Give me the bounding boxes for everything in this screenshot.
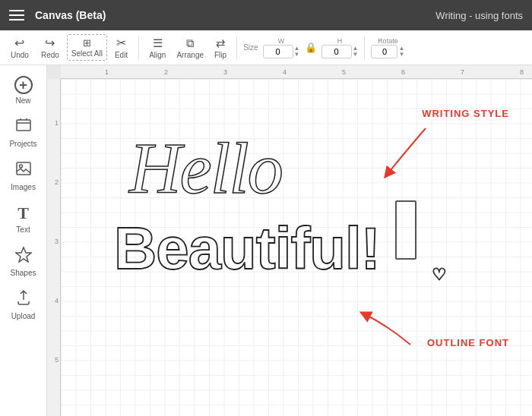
flip-icon: ⇄ bbox=[216, 36, 226, 50]
h-label: H bbox=[337, 37, 343, 45]
projects-icon bbox=[15, 117, 32, 137]
sep1 bbox=[138, 36, 139, 59]
arrange-label: Arrange bbox=[176, 51, 204, 59]
undo-button[interactable]: ↩ Undo bbox=[6, 33, 33, 61]
new-label: New bbox=[15, 96, 30, 105]
redo-label: Redo bbox=[41, 51, 59, 59]
main-area: + New Projects Images bbox=[0, 65, 532, 416]
shapes-label: Shapes bbox=[11, 269, 36, 277]
ruler-left: 1 2 3 4 5 bbox=[47, 79, 61, 416]
sep3 bbox=[364, 36, 365, 59]
ruler-mark-left-3: 3 bbox=[55, 238, 59, 245]
flip-button[interactable]: ⇄ Flip bbox=[211, 34, 230, 61]
grid-canvas[interactable]: Hello Beautiful! ♡ WRITING STYLE bbox=[61, 79, 532, 416]
sidebar-item-new[interactable]: + New bbox=[3, 71, 44, 109]
edit-icon: ✂ bbox=[116, 36, 126, 50]
svg-rect-0 bbox=[17, 120, 30, 131]
edit-button[interactable]: ✂ Edit bbox=[110, 33, 132, 61]
flip-label: Flip bbox=[214, 51, 226, 59]
images-icon bbox=[15, 160, 32, 181]
height-arrows: ▲ ▼ bbox=[353, 46, 359, 58]
arrange-button[interactable]: ⧉ Arrange bbox=[173, 34, 207, 61]
canvas-content: 1 2 3 4 5 Hello Beautiful! ♡ bbox=[47, 79, 532, 416]
ruler-mark-4: 4 bbox=[283, 68, 287, 76]
size-label: Size bbox=[243, 43, 258, 52]
shapes-icon bbox=[15, 246, 32, 266]
ruler-mark-6: 6 bbox=[401, 68, 405, 76]
width-input[interactable] bbox=[263, 45, 293, 58]
w-label: W bbox=[278, 37, 285, 45]
sep2 bbox=[236, 36, 237, 59]
edit-label: Edit bbox=[115, 51, 128, 59]
ruler-mark-left-2: 2 bbox=[55, 178, 59, 186]
select-all-icon: ⊞ bbox=[83, 37, 91, 49]
align-icon: ☰ bbox=[153, 36, 163, 50]
arrange-icon: ⧉ bbox=[186, 36, 195, 50]
rotate-down-arrow[interactable]: ▼ bbox=[398, 52, 404, 58]
images-label: Images bbox=[11, 183, 36, 191]
height-down-arrow[interactable]: ▼ bbox=[353, 52, 359, 58]
width-arrows: ▲ ▼ bbox=[294, 46, 300, 58]
upload-label: Upload bbox=[11, 312, 36, 320]
ruler-mark-8: 8 bbox=[520, 68, 524, 76]
ruler-mark-1: 1 bbox=[105, 68, 109, 76]
ruler-mark-left-1: 1 bbox=[55, 119, 59, 127]
svg-rect-1 bbox=[17, 162, 30, 175]
doc-title: Writing - using fonts bbox=[435, 10, 523, 21]
canvas-area[interactable]: 1 2 3 4 5 6 7 8 1 2 3 4 5 bbox=[47, 65, 532, 416]
text-icon: T bbox=[17, 203, 29, 223]
ruler-mark-2: 2 bbox=[164, 68, 168, 76]
sidebar-item-shapes[interactable]: Shapes bbox=[3, 241, 44, 282]
rotate-group: Rotate ▲ ▼ bbox=[371, 37, 404, 58]
height-wrap: H ▲ ▼ bbox=[321, 37, 359, 58]
upload-icon bbox=[15, 289, 32, 310]
rotate-label: Rotate bbox=[378, 37, 398, 45]
ruler-mark-left-4: 4 bbox=[55, 297, 59, 304]
sidebar: + New Projects Images bbox=[0, 65, 47, 416]
svg-text:♡: ♡ bbox=[432, 265, 447, 284]
lock-icon: 🔒 bbox=[305, 42, 317, 53]
redo-icon: ↪ bbox=[45, 36, 55, 50]
top-bar: Canvas (Beta) Writing - using fonts bbox=[0, 0, 532, 30]
select-all-label: Select All bbox=[71, 49, 103, 58]
outline-font-annotation: OUTLINE FONT bbox=[427, 337, 509, 348]
svg-text:Beautiful!: Beautiful! bbox=[114, 215, 380, 282]
sidebar-item-images[interactable]: Images bbox=[3, 156, 44, 196]
hamburger-menu[interactable] bbox=[9, 10, 24, 20]
undo-icon: ↩ bbox=[14, 36, 24, 50]
width-down-arrow[interactable]: ▼ bbox=[294, 52, 300, 58]
ruler-top: 1 2 3 4 5 6 7 8 bbox=[61, 65, 532, 79]
outline-font-text: OUTLINE FONT bbox=[427, 337, 509, 348]
writing-style-annotation: WRITING STYLE bbox=[422, 108, 509, 119]
ruler-mark-5: 5 bbox=[342, 68, 346, 76]
writing-style-text: WRITING STYLE bbox=[422, 108, 509, 119]
design-content[interactable]: Hello Beautiful! ♡ bbox=[99, 94, 464, 307]
ruler-mark-3: 3 bbox=[223, 68, 227, 76]
app-title: Canvas (Beta) bbox=[35, 9, 435, 21]
rotate-arrows: ▲ ▼ bbox=[398, 46, 404, 58]
sidebar-item-projects[interactable]: Projects bbox=[3, 112, 44, 153]
new-icon: + bbox=[14, 76, 33, 94]
undo-label: Undo bbox=[11, 51, 29, 59]
toolbar: ↩ Undo ↪ Redo ⊞ Select All ✂ Edit ☰ Alig… bbox=[0, 30, 532, 65]
align-label: Align bbox=[149, 51, 166, 59]
sidebar-item-text[interactable]: T Text bbox=[3, 199, 44, 238]
select-all-button[interactable]: ⊞ Select All bbox=[67, 34, 107, 61]
svg-point-2 bbox=[19, 165, 22, 168]
height-input[interactable] bbox=[321, 45, 352, 58]
sidebar-item-upload[interactable]: Upload bbox=[3, 285, 44, 325]
width-wrap: W ▲ ▼ bbox=[263, 37, 300, 58]
ruler-mark-left-5: 5 bbox=[55, 356, 59, 364]
ruler-mark-7: 7 bbox=[461, 68, 464, 76]
rotate-input[interactable] bbox=[371, 45, 397, 58]
svg-marker-3 bbox=[16, 247, 31, 262]
outline-box bbox=[395, 200, 416, 260]
size-group: Size W ▲ ▼ 🔒 H ▲ ▼ bbox=[243, 37, 358, 58]
svg-text:Hello: Hello bbox=[128, 128, 282, 209]
text-label: Text bbox=[16, 225, 30, 234]
redo-button[interactable]: ↪ Redo bbox=[36, 33, 64, 61]
projects-label: Projects bbox=[9, 140, 36, 148]
align-button[interactable]: ☰ Align bbox=[145, 34, 169, 61]
